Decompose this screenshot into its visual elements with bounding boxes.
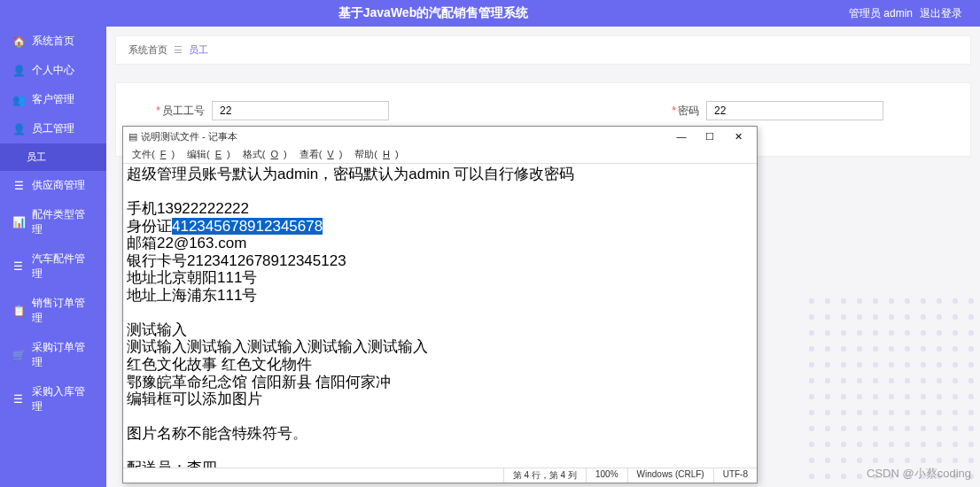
close-icon[interactable]: ✕ — [725, 128, 751, 144]
users-icon: 👥 — [12, 94, 25, 106]
watermark: CSDN @小蔡coding — [867, 466, 971, 482]
sidebar-item-home[interactable]: 🏠系统首页 — [0, 27, 106, 56]
sidebar-item-staff[interactable]: 👤员工管理 — [0, 114, 106, 143]
app-header: 基于JavaWeb的汽配销售管理系统 管理员 admin 退出登录 — [0, 0, 980, 27]
minimize-icon[interactable]: — — [668, 128, 695, 144]
sidebar: 🏠系统首页 👤个人中心 👥客户管理 👤员工管理 员工 ☰供应商管理 📊配件类型管… — [0, 27, 106, 487]
user-icon: 👤 — [12, 65, 25, 77]
user-icon: 👤 — [12, 123, 25, 135]
sidebar-item-sales-order[interactable]: 📋销售订单管理 — [0, 289, 106, 333]
notepad-titlebar[interactable]: ▤说明测试文件 - 记事本 — ☐ ✕ — [123, 127, 757, 146]
menu-view[interactable]: 查看(V) — [294, 147, 348, 162]
password-input[interactable] — [706, 101, 883, 120]
menu-format[interactable]: 格式(O) — [237, 147, 292, 162]
home-icon: 🏠 — [12, 35, 25, 48]
notepad-menu: 文件(F) 编辑(E) 格式(O) 查看(V) 帮助(H) — [123, 146, 757, 164]
status-pos: 第 4 行，第 4 列 — [503, 468, 586, 483]
notepad-icon: ▤ — [128, 131, 137, 143]
list-icon: ☰ — [12, 180, 25, 192]
chart-icon: 📊 — [12, 216, 25, 228]
sidebar-item-staff-sub[interactable]: 员工 — [0, 143, 106, 171]
breadcrumb-sep: ☰ — [174, 44, 183, 55]
sidebar-item-customer[interactable]: 👥客户管理 — [0, 85, 106, 114]
status-crlf: Windows (CRLF) — [627, 468, 713, 483]
staff-id-label: *员工工号 — [152, 104, 205, 119]
menu-edit[interactable]: 编辑(E) — [182, 147, 236, 162]
menu-help[interactable]: 帮助(H) — [349, 147, 403, 162]
logout-link[interactable]: 退出登录 — [920, 6, 962, 21]
selected-text: 412345678912345678 — [172, 218, 323, 235]
status-zoom: 100% — [586, 468, 627, 483]
list-icon: ☰ — [12, 260, 25, 273]
notepad-statusbar: 第 4 行，第 4 列 100% Windows (CRLF) UTF-8 — [123, 468, 757, 483]
password-label: *密码 — [646, 104, 699, 119]
breadcrumb: 系统首页 ☰ 员工 — [115, 35, 971, 65]
notepad-body[interactable]: 超级管理员账号默认为admin，密码默认为admin 可以自行修改密码 手机13… — [123, 164, 757, 468]
breadcrumb-current: 员工 — [189, 44, 208, 55]
sidebar-item-part-type[interactable]: 📊配件类型管理 — [0, 200, 106, 244]
sidebar-item-purchase-order[interactable]: 🛒采购订单管理 — [0, 333, 106, 377]
background-dots — [803, 292, 980, 487]
sidebar-item-stock-in[interactable]: ☰采购入库管理 — [0, 377, 106, 421]
notepad-window[interactable]: ▤说明测试文件 - 记事本 — ☐ ✕ 文件(F) 编辑(E) 格式(O) 查看… — [122, 126, 758, 483]
staff-id-input[interactable] — [212, 101, 389, 120]
app-title: 基于JavaWeb的汽配销售管理系统 — [18, 5, 849, 21]
status-enc: UTF-8 — [713, 468, 757, 483]
user-label: 管理员 admin — [849, 6, 913, 21]
cart-icon: 🛒 — [12, 349, 25, 361]
breadcrumb-root[interactable]: 系统首页 — [128, 44, 167, 55]
list-icon: ☰ — [12, 393, 25, 406]
clipboard-icon: 📋 — [12, 305, 25, 317]
sidebar-item-profile[interactable]: 👤个人中心 — [0, 56, 106, 85]
sidebar-item-supplier[interactable]: ☰供应商管理 — [0, 171, 106, 200]
maximize-icon[interactable]: ☐ — [696, 128, 723, 144]
notepad-title: 说明测试文件 - 记事本 — [141, 130, 237, 143]
sidebar-item-car-parts[interactable]: ☰汽车配件管理 — [0, 244, 106, 289]
menu-file[interactable]: 文件(F) — [127, 147, 180, 162]
